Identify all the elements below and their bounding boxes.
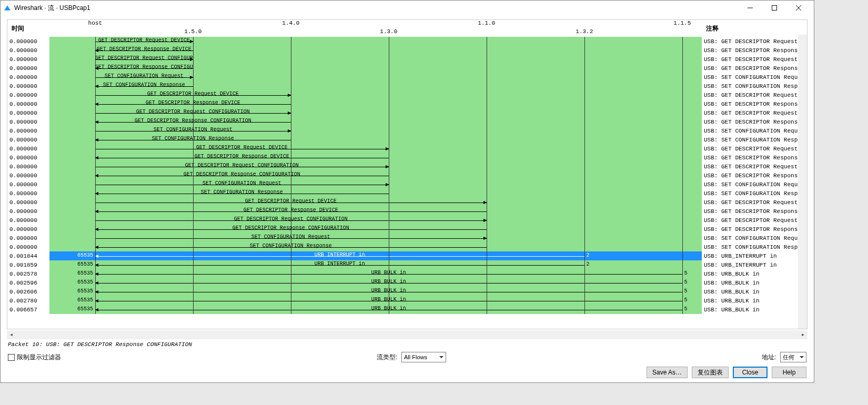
flow-row[interactable]: URB_BULK in655355 <box>49 278 702 287</box>
comment-header: 注释 <box>702 20 807 37</box>
time-cell: 0.000000 <box>7 46 49 55</box>
flow-row[interactable]: SET CONFIGURATION Request <box>49 126 702 135</box>
flow-type-label: 流类型: <box>377 353 397 362</box>
scroll-left-button[interactable]: ◄ <box>7 330 16 339</box>
flow-row[interactable]: URB_INTERRUPT in655352 <box>49 251 702 260</box>
flow-row[interactable]: SET CONFIGURATION Request <box>49 180 702 189</box>
time-cell: 0.000000 <box>7 73 49 82</box>
limit-filter-checkbox[interactable]: 限制显示过滤器 <box>8 353 61 362</box>
flow-row[interactable]: GET DESCRIPTOR Response DEVICE <box>49 153 702 162</box>
flow-row[interactable]: URB_BULK in655355 <box>49 269 702 278</box>
flow-row[interactable]: GET DESCRIPTOR Request CONFIGURATION <box>49 55 702 64</box>
comment-cell: USB: GET DESCRIPTOR Request CONFIGURA… <box>702 55 807 64</box>
flow-row[interactable]: GET DESCRIPTOR Request DEVICE <box>49 144 702 153</box>
time-cell: 0.000000 <box>7 90 49 99</box>
flow-row[interactable]: GET DESCRIPTOR Response CONFIGURATION <box>49 225 702 234</box>
close-window-button[interactable] <box>786 1 811 15</box>
reset-button[interactable]: 复位图表 <box>692 367 729 378</box>
comment-cell: USB: GET DESCRIPTOR Response DEVICE <box>702 153 807 162</box>
lifeline <box>291 37 291 314</box>
comment-cell: USB: URB_INTERRUPT in <box>702 260 807 269</box>
axis-label: 1.3.0 <box>380 28 397 35</box>
flow-row[interactable]: SET CONFIGURATION Response <box>49 82 702 90</box>
flow-row[interactable]: SET CONFIGURATION Request <box>49 234 702 242</box>
time-cell: 0.002606 <box>7 287 49 296</box>
close-button[interactable]: Close <box>733 367 768 378</box>
close-icon <box>796 5 801 11</box>
flow-label: URB_INTERRUPT in <box>95 252 584 258</box>
flow-graph[interactable]: 时间 0.0000000.0000000.0000000.0000000.000… <box>7 19 808 329</box>
flow-row[interactable]: GET DESCRIPTOR Request CONFIGURATION <box>49 108 702 117</box>
scroll-right-button[interactable]: ► <box>799 330 808 339</box>
svg-rect-1 <box>772 6 777 11</box>
lifeline <box>95 37 96 314</box>
flow-row[interactable]: URB_INTERRUPT in655352 <box>49 260 702 269</box>
flow-row[interactable]: URB_BULK in655355 <box>49 305 702 314</box>
comment-cell: USB: URB_BULK in <box>702 305 807 314</box>
flow-type-select[interactable]: All Flows <box>401 352 446 362</box>
comment-cell: USB: SET CONFIGURATION Request <box>702 234 807 242</box>
flow-dialog: Wireshark · 流 · USBPcap1 时间 0.0000000.00… <box>0 0 814 383</box>
diagram-column: host1.4.01.1.01.1.5 1.5.01.3.01.3.2 GET … <box>49 20 702 329</box>
flow-left-value: 65535 <box>77 297 93 303</box>
time-cell: 0.000000 <box>7 198 49 207</box>
flow-row[interactable]: GET DESCRIPTOR Response DEVICE <box>49 99 702 108</box>
axis-label: host <box>88 20 102 26</box>
flow-right-value: 2 <box>587 261 590 267</box>
comment-cell: USB: URB_BULK in <box>702 278 807 287</box>
flow-left-value: 65535 <box>77 279 93 285</box>
time-cell: 0.000000 <box>7 144 49 153</box>
flow-row[interactable]: URB_BULK in655355 <box>49 296 702 305</box>
axis-label: 1.1.5 <box>673 20 691 26</box>
comment-cell: USB: SET CONFIGURATION Response <box>702 82 807 90</box>
comment-cell: USB: GET DESCRIPTOR Request DEVICE <box>702 37 807 46</box>
comment-cell: USB: URB_BULK in <box>702 296 807 305</box>
horizontal-scrollbar[interactable]: ◄ ► <box>7 330 808 339</box>
comment-cell: USB: GET DESCRIPTOR Request CONFIGURA… <box>702 162 807 171</box>
comment-cell: USB: SET CONFIGURATION Request <box>702 126 807 135</box>
flow-row[interactable]: GET DESCRIPTOR Response CONFIGURATION <box>49 117 702 126</box>
flow-row[interactable]: SET CONFIGURATION Response <box>49 242 702 251</box>
flow-row[interactable]: URB_BULK in655355 <box>49 287 702 296</box>
time-cell: 0.000000 <box>7 55 49 64</box>
comment-cell: USB: GET DESCRIPTOR Response DEVICE <box>702 46 807 55</box>
flow-left-value: 65535 <box>77 306 93 312</box>
flow-row[interactable]: GET DESCRIPTOR Response CONFIGURATION <box>49 171 702 180</box>
flow-row[interactable]: GET DESCRIPTOR Request DEVICE <box>49 37 702 46</box>
flow-label: SET CONFIGURATION Response <box>95 82 193 88</box>
save-as-button[interactable]: Save As… <box>647 367 688 378</box>
lifeline <box>682 37 683 314</box>
help-button[interactable]: Help <box>772 367 806 378</box>
flow-row[interactable]: GET DESCRIPTOR Request CONFIGURATION <box>49 162 702 171</box>
flow-row[interactable]: GET DESCRIPTOR Request DEVICE <box>49 198 702 207</box>
minimize-button[interactable] <box>738 1 762 15</box>
time-cell: 0.000000 <box>7 171 49 180</box>
address-select[interactable]: 任何 <box>780 352 806 362</box>
time-cell: 0.000000 <box>7 242 49 251</box>
time-cell: 0.000000 <box>7 225 49 234</box>
time-cell: 0.000000 <box>7 108 49 117</box>
axis-label: 1.1.0 <box>478 20 495 26</box>
comment-cell: USB: GET DESCRIPTOR Request DEVICE <box>702 90 807 99</box>
vertical-scrollbar[interactable] <box>798 35 807 329</box>
flow-row[interactable]: GET DESCRIPTOR Request CONFIGURATION <box>49 216 702 225</box>
flow-row[interactable]: GET DESCRIPTOR Request DEVICE <box>49 90 702 99</box>
comment-cell: USB: GET DESCRIPTOR Request DEVICE <box>702 144 807 153</box>
flow-row[interactable]: SET CONFIGURATION Response <box>49 135 702 144</box>
flow-label: GET DESCRIPTOR Request DEVICE <box>95 37 193 43</box>
axis-label: 1.3.2 <box>576 28 593 35</box>
time-column: 时间 0.0000000.0000000.0000000.0000000.000… <box>7 20 49 329</box>
time-cell: 0.000000 <box>7 135 49 144</box>
flow-row[interactable]: GET DESCRIPTOR Response CONFIGURATION <box>49 64 702 73</box>
comment-cell: USB: SET CONFIGURATION Response <box>702 135 807 144</box>
maximize-button[interactable] <box>762 1 786 15</box>
flow-right-value: 5 <box>684 297 688 303</box>
flow-right-value: 5 <box>684 288 688 294</box>
flow-row[interactable]: GET DESCRIPTOR Response DEVICE <box>49 207 702 216</box>
flow-row[interactable]: SET CONFIGURATION Request <box>49 73 702 82</box>
flow-row[interactable]: GET DESCRIPTOR Response DEVICE <box>49 46 702 55</box>
titlebar[interactable]: Wireshark · 流 · USBPcap1 <box>1 1 814 15</box>
flow-label: SET CONFIGURATION Request <box>95 180 389 186</box>
flow-row[interactable]: SET CONFIGURATION Response <box>49 189 702 198</box>
comment-cell: USB: GET DESCRIPTOR Response DEVICE <box>702 99 807 108</box>
